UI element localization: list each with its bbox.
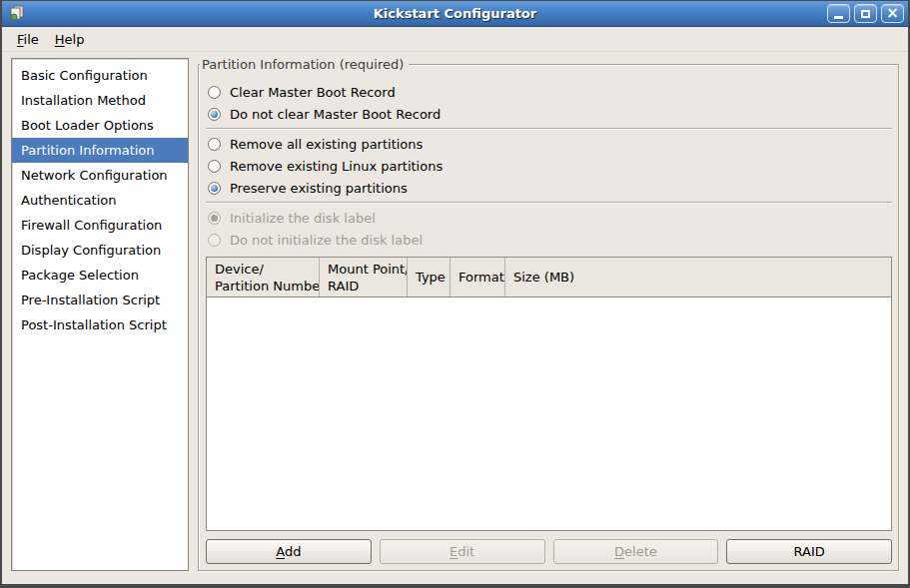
sidebar-item-package-selection[interactable]: Package Selection — [12, 263, 188, 288]
radio-label: Do not clear Master Boot Record — [230, 107, 441, 122]
radio-label: Remove existing Linux partitions — [230, 159, 443, 174]
menu-file[interactable]: File — [9, 29, 47, 50]
radio-on-disabled-icon — [208, 212, 221, 225]
separator — [206, 128, 892, 130]
frame-title: Partition Information (required) — [200, 56, 409, 73]
radio-off-icon — [208, 160, 221, 173]
radio-label: Initialize the disk label — [230, 211, 376, 226]
sidebar-item-pre-installation-script[interactable]: Pre-Installation Script — [12, 288, 188, 312]
radio-off-icon — [208, 138, 221, 151]
radio-remove-linux-partitions[interactable]: Remove existing Linux partitions — [206, 155, 892, 177]
column-header-type[interactable]: Type — [408, 258, 451, 296]
radio-off-icon — [208, 86, 221, 99]
menubar: File Help — [2, 27, 908, 52]
sidebar-item-authentication[interactable]: Authentication — [12, 188, 188, 213]
sidebar-item-partition-information[interactable]: Partition Information — [12, 138, 188, 163]
radio-label: Clear Master Boot Record — [230, 85, 396, 100]
minimize-button[interactable] — [827, 4, 850, 23]
table-body-empty[interactable] — [207, 297, 891, 530]
radio-initialize-disk-label: Initialize the disk label — [206, 207, 892, 229]
minimize-icon — [834, 16, 843, 19]
radio-off-disabled-icon — [208, 234, 221, 247]
column-header-mount-point[interactable]: Mount Point/ RAID — [320, 258, 408, 296]
menu-help[interactable]: Help — [47, 29, 93, 50]
kickstart-configurator-window: Kickstart Configurator × File Help Basic… — [0, 0, 910, 588]
table-action-buttons: Add Edit Delete RAID — [206, 539, 892, 564]
sidebar-item-installation-method[interactable]: Installation Method — [12, 88, 188, 113]
titlebar[interactable]: Kickstart Configurator × — [2, 1, 908, 27]
radio-preserve-partitions[interactable]: Preserve existing partitions — [206, 177, 892, 199]
radio-remove-all-partitions[interactable]: Remove all existing partitions — [206, 133, 892, 155]
sidebar-nav: Basic Configuration Installation Method … — [11, 58, 189, 571]
column-header-size[interactable]: Size (MB) — [505, 258, 891, 296]
maximize-icon — [861, 10, 870, 18]
raid-button[interactable]: RAID — [726, 539, 892, 564]
content-area: Basic Configuration Installation Method … — [2, 52, 908, 584]
sidebar-item-basic-configuration[interactable]: Basic Configuration — [12, 63, 188, 88]
radio-clear-mbr[interactable]: Clear Master Boot Record — [206, 81, 892, 103]
column-header-format[interactable]: Format — [451, 258, 505, 296]
add-button[interactable]: Add — [206, 539, 372, 564]
radio-do-not-initialize-disk-label: Do not initialize the disk label — [206, 229, 892, 251]
table-header: Device/ Partition Number Mount Point/ RA… — [207, 258, 891, 297]
sidebar-item-firewall-configuration[interactable]: Firewall Configuration — [12, 213, 188, 238]
radio-do-not-clear-mbr[interactable]: Do not clear Master Boot Record — [206, 103, 892, 125]
sidebar-item-network-configuration[interactable]: Network Configuration — [12, 163, 188, 188]
app-icon — [8, 5, 26, 22]
edit-button: Edit — [380, 539, 545, 564]
partition-information-frame: Partition Information (required) Clear M… — [198, 64, 899, 571]
window-title: Kickstart Configurator — [374, 6, 536, 21]
radio-on-icon — [208, 182, 221, 195]
radio-label: Do not initialize the disk label — [230, 233, 423, 248]
sidebar-item-display-configuration[interactable]: Display Configuration — [12, 238, 188, 263]
sidebar-item-boot-loader-options[interactable]: Boot Loader Options — [12, 113, 188, 138]
radio-label: Remove all existing partitions — [230, 137, 423, 152]
close-button[interactable]: × — [881, 4, 904, 23]
column-header-device[interactable]: Device/ Partition Number — [207, 258, 320, 296]
close-icon: × — [886, 6, 899, 21]
separator — [206, 202, 892, 204]
partitions-table: Device/ Partition Number Mount Point/ RA… — [206, 257, 892, 531]
maximize-button[interactable] — [854, 4, 877, 23]
radio-on-icon — [208, 108, 221, 121]
window-controls: × — [823, 4, 904, 23]
radio-label: Preserve existing partitions — [230, 181, 408, 196]
sidebar-item-post-installation-script[interactable]: Post-Installation Script — [12, 312, 188, 337]
delete-button: Delete — [553, 539, 719, 564]
